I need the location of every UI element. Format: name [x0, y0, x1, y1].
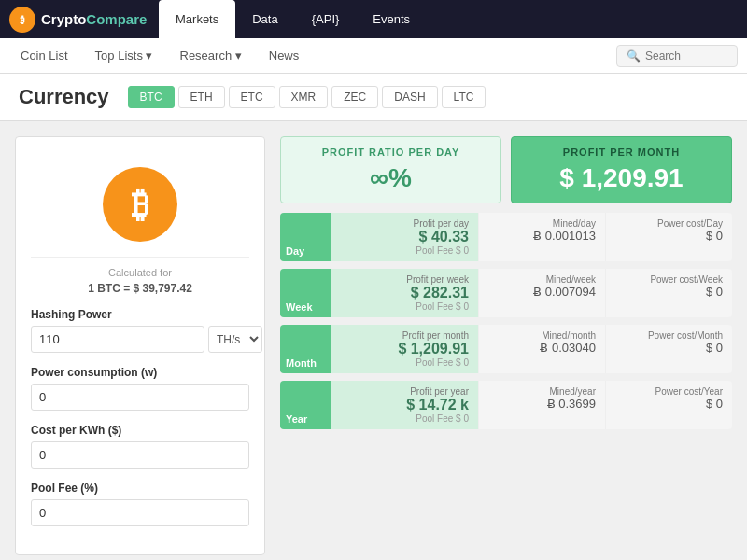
row-mined-day: Mined/day Ƀ 0.001013 — [478, 213, 605, 261]
profit-ratio-value: ∞% — [296, 163, 486, 193]
right-panel: PROFIT RATIO PER DAY ∞% PROFIT PER MONTH… — [280, 136, 732, 555]
data-rows: Day Profit per day $ 40.33 Pool Fee $ 0 … — [280, 213, 732, 429]
sub-nav-top-lists[interactable]: Top Lists ▾ — [84, 43, 164, 68]
pool-fee-row — [31, 499, 249, 526]
profit-month-value: $ 1,209.91 — [527, 163, 716, 193]
tab-btc[interactable]: BTC — [128, 86, 175, 108]
logo-icon: ₿ — [9, 7, 35, 33]
profit-month-label: PROFIT PER MONTH — [527, 147, 716, 158]
power-consumption-input[interactable] — [31, 384, 249, 411]
main-content: ₿ Calculated for 1 BTC = $ 39,797.42 Has… — [0, 121, 747, 560]
main-nav: Markets Data {API} Events — [159, 0, 738, 38]
row-profit-month: Profit per month $ 1,209.91 Pool Fee $ 0 — [331, 325, 478, 373]
currency-tabs: BTC ETH ETC XMR ZEC DASH LTC — [128, 86, 486, 108]
row-mined-year: Mined/year Ƀ 0.3699 — [478, 381, 605, 429]
nav-item-api[interactable]: {API} — [295, 0, 357, 38]
sub-nav-coin-list[interactable]: Coin List — [9, 43, 79, 68]
top-nav: ₿ CryptoCompare Markets Data {API} Event… — [0, 0, 747, 38]
cost-per-kwh-row — [31, 441, 249, 469]
profit-header: PROFIT RATIO PER DAY ∞% PROFIT PER MONTH… — [280, 136, 732, 203]
currency-header: Currency BTC ETH ETC XMR ZEC DASH LTC — [0, 74, 747, 121]
hashing-power-row: TH/s GH/s MH/s — [31, 326, 249, 353]
cost-per-kwh-input[interactable] — [31, 441, 249, 469]
power-consumption-row — [31, 384, 249, 411]
row-mined-month: Mined/month Ƀ 0.03040 — [478, 325, 605, 373]
row-power-week: Power cost/Week $ 0 — [605, 269, 732, 317]
sub-nav-research[interactable]: Research ▾ — [169, 43, 253, 68]
row-period-year: Year — [280, 381, 331, 429]
profit-ratio-box: PROFIT RATIO PER DAY ∞% — [280, 136, 501, 203]
profit-month-box: PROFIT PER MONTH $ 1,209.91 — [511, 136, 732, 203]
coin-icon-area: ₿ — [31, 152, 249, 258]
tab-dash[interactable]: DASH — [382, 86, 437, 108]
row-period-week: Week — [280, 269, 331, 317]
data-row-week: Week Profit per week $ 282.31 Pool Fee $… — [280, 269, 732, 317]
row-period-day: Day — [280, 213, 331, 261]
sub-nav-news[interactable]: News — [258, 43, 311, 68]
data-row-day: Day Profit per day $ 40.33 Pool Fee $ 0 … — [280, 213, 732, 261]
logo-text: CryptoCompare — [41, 11, 147, 27]
nav-item-data[interactable]: Data — [235, 0, 294, 38]
svg-text:₿: ₿ — [20, 13, 25, 24]
pool-fee-input[interactable] — [31, 499, 249, 526]
tab-xmr[interactable]: XMR — [279, 86, 329, 108]
row-power-year: Power cost/Year $ 0 — [605, 381, 732, 429]
row-mined-week: Mined/week Ƀ 0.007094 — [478, 269, 605, 317]
hashing-power-input[interactable] — [31, 326, 204, 353]
currency-title: Currency — [19, 85, 109, 109]
row-profit-day: Profit per day $ 40.33 Pool Fee $ 0 — [331, 213, 478, 261]
hashing-power-unit-select[interactable]: TH/s GH/s MH/s — [208, 326, 262, 353]
tab-etc[interactable]: ETC — [229, 86, 275, 108]
left-panel: ₿ Calculated for 1 BTC = $ 39,797.42 Has… — [15, 136, 265, 555]
power-consumption-label: Power consumption (w) — [31, 366, 249, 379]
logo[interactable]: ₿ CryptoCompare — [9, 7, 159, 33]
tab-ltc[interactable]: LTC — [442, 86, 486, 108]
tab-zec[interactable]: ZEC — [331, 86, 378, 108]
btc-coin-icon: ₿ — [103, 167, 177, 242]
data-row-month: Month Profit per month $ 1,209.91 Pool F… — [280, 325, 732, 373]
profit-ratio-label: PROFIT RATIO PER DAY — [296, 147, 486, 158]
nav-item-markets[interactable]: Markets — [159, 0, 235, 38]
search-input[interactable] — [645, 49, 727, 63]
pool-fee-label: Pool Fee (%) — [31, 482, 249, 495]
row-profit-year: Profit per year $ 14.72 k Pool Fee $ 0 — [331, 381, 478, 429]
tab-eth[interactable]: ETH — [178, 86, 225, 108]
nav-item-events[interactable]: Events — [356, 0, 427, 38]
calc-label: Calculated for — [31, 267, 249, 278]
calc-value: 1 BTC = $ 39,797.42 — [31, 282, 249, 295]
cost-per-kwh-label: Cost per KWh ($) — [31, 424, 249, 437]
search-box[interactable]: 🔍 — [616, 45, 738, 67]
sub-nav: Coin List Top Lists ▾ Research ▾ News 🔍 — [0, 38, 747, 74]
row-profit-week: Profit per week $ 282.31 Pool Fee $ 0 — [331, 269, 478, 317]
search-icon: 🔍 — [627, 49, 641, 63]
data-row-year: Year Profit per year $ 14.72 k Pool Fee … — [280, 381, 732, 429]
row-power-day: Power cost/Day $ 0 — [605, 213, 732, 261]
row-power-month: Power cost/Month $ 0 — [605, 325, 732, 373]
row-period-month: Month — [280, 325, 331, 373]
hashing-power-label: Hashing Power — [31, 308, 249, 321]
